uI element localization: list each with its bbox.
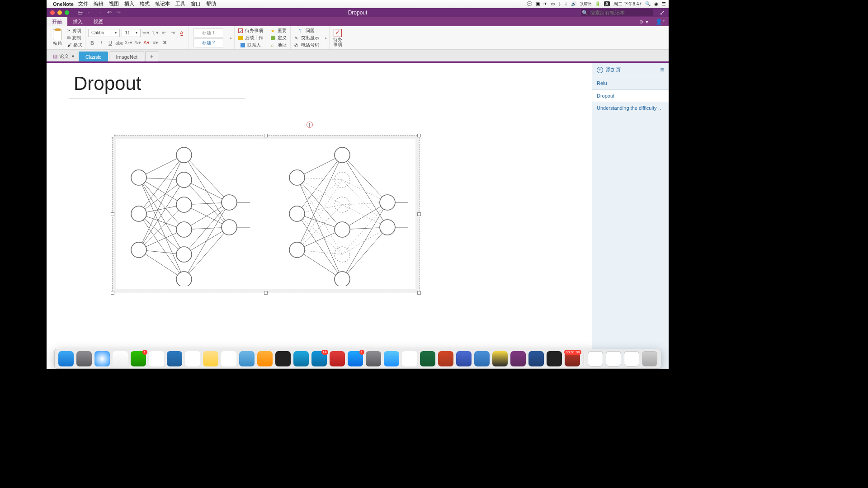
page-sort-icon[interactable]: ≣ <box>660 67 664 73</box>
ribbon-tab-insert[interactable]: 插入 <box>67 17 88 26</box>
dock-app-kugou[interactable]: 14 <box>311 351 327 366</box>
tag-phone[interactable]: ✆电话号码 <box>294 42 319 48</box>
numbering-button[interactable]: ⒈▾ <box>151 29 159 37</box>
todo-button[interactable]: 待办 事项 <box>330 26 346 49</box>
menu-window[interactable]: 窗口 <box>191 0 201 7</box>
share-icon[interactable]: 👤⁺ <box>652 17 669 26</box>
siri-icon[interactable]: ◉ <box>654 1 658 6</box>
bullets-button[interactable]: ≔▾ <box>142 29 150 37</box>
page-title[interactable]: Dropout <box>74 73 241 97</box>
dock-app-textedit[interactable] <box>402 351 417 366</box>
menu-notebook[interactable]: 笔记本 <box>155 0 170 7</box>
paste-button[interactable]: 粘贴 <box>49 29 66 47</box>
tag-todo[interactable]: ✓待办事项 <box>238 28 263 34</box>
menu-tools[interactable]: 工具 <box>175 0 185 7</box>
menu-help[interactable]: 帮助 <box>206 0 216 7</box>
send-icon[interactable]: ✈︎ <box>543 1 547 6</box>
resize-handle-e[interactable] <box>417 212 421 216</box>
tag-highlight[interactable]: ✎突出显示 <box>294 35 319 41</box>
dock-app-qq[interactable] <box>113 351 128 366</box>
dock-recent-trash[interactable] <box>642 351 657 366</box>
dock-app-vscode[interactable] <box>167 351 182 366</box>
highlight-button[interactable]: ✎▾ <box>133 39 142 47</box>
resize-handle-nw[interactable] <box>111 134 114 137</box>
tag-question[interactable]: ?问题 <box>299 28 315 34</box>
wifi-icon[interactable]: ⟊ <box>565 1 567 6</box>
dock-app-preview[interactable] <box>384 351 399 366</box>
indent-button[interactable]: ⇥ <box>169 29 177 37</box>
cut-button[interactable]: ✂︎剪切 <box>67 28 82 34</box>
dock-recent-doc3[interactable] <box>624 351 639 366</box>
resize-handle-sw[interactable] <box>111 291 114 295</box>
bluetooth-icon[interactable]: ᛒ <box>558 1 561 6</box>
copy-button[interactable]: ⧉复制 <box>67 35 82 41</box>
dock-app-safari[interactable] <box>94 351 110 366</box>
tag-followup[interactable]: 后续工作 <box>238 35 263 41</box>
ribbon-tab-view[interactable]: 视图 <box>88 17 109 26</box>
dock-app-notes[interactable] <box>203 351 218 366</box>
display-icon[interactable]: ▭ <box>551 1 555 6</box>
dock-app-record[interactable]: 00:01:08 <box>565 351 580 366</box>
style-heading1[interactable]: 标题 1 <box>193 28 223 38</box>
align-button[interactable]: ≡▾ <box>151 39 160 47</box>
ribbon-tab-home[interactable]: 开始 <box>47 17 67 26</box>
font-name-select[interactable]: Calibri▾ <box>88 29 120 37</box>
styles-gallery[interactable]: 标题 1 标题 2 <box>189 26 228 49</box>
resize-handle-n[interactable] <box>264 134 268 137</box>
window-zoom-button[interactable] <box>65 10 69 15</box>
image-container[interactable] <box>112 135 420 293</box>
clock[interactable]: 周二 下午6:47 <box>613 1 642 7</box>
dock-recent-doc2[interactable] <box>606 351 621 366</box>
tag-definition[interactable]: 定义 <box>271 35 287 41</box>
menu-edit[interactable]: 编辑 <box>94 0 104 7</box>
dock-app-activity[interactable] <box>547 351 562 366</box>
dock-app-netease[interactable] <box>330 351 345 366</box>
page-item-1[interactable]: Dropout <box>592 89 669 102</box>
dock-app-ibooks[interactable] <box>239 351 255 366</box>
outdent-button[interactable]: ⇤ <box>160 29 168 37</box>
dock-app-wps[interactable] <box>456 351 472 366</box>
dock-app-keynote[interactable] <box>293 351 309 366</box>
tag-contact[interactable]: 联系人 <box>241 42 261 48</box>
menu-view[interactable]: 视图 <box>109 0 119 7</box>
add-section-button[interactable]: + <box>145 51 158 61</box>
qat-back-icon[interactable]: ← <box>87 9 93 16</box>
page-item-0[interactable]: Relu <box>592 77 669 89</box>
dock-app-terminal[interactable] <box>275 351 291 366</box>
search-input[interactable] <box>581 9 653 16</box>
feedback-icon[interactable]: ☺ ▾ <box>635 17 652 26</box>
section-tab-classic[interactable]: Classic <box>79 52 108 61</box>
subscript-button[interactable]: X₂▾ <box>124 39 132 47</box>
dock-app-vm[interactable] <box>474 351 490 366</box>
page-item-2[interactable]: Understanding the difficulty of tr… <box>592 102 669 114</box>
italic-button[interactable]: I <box>97 39 105 47</box>
styles-icon[interactable]: A̲ <box>178 29 186 37</box>
qat-open-icon[interactable]: 🗁 <box>77 9 83 16</box>
dock-app-powerpoint[interactable] <box>438 351 453 366</box>
volume-icon[interactable]: 🔊 <box>571 1 576 6</box>
spotlight-icon[interactable]: 🔍 <box>645 1 651 6</box>
dock-app-calculator[interactable] <box>257 351 273 366</box>
gpu-status-icon[interactable]: ▣ <box>536 1 540 6</box>
dock-recent-doc1[interactable] <box>588 351 603 366</box>
menu-insert[interactable]: 插入 <box>124 0 134 7</box>
font-color-button[interactable]: A▾ <box>142 39 151 47</box>
window-close-button[interactable] <box>50 10 55 15</box>
notification-center-icon[interactable]: ☰ <box>662 1 666 6</box>
tags-more-icon[interactable]: ▸ <box>325 36 327 40</box>
clear-format-button[interactable]: ✖ <box>160 39 169 47</box>
strike-button[interactable]: abc <box>115 39 123 47</box>
resize-handle-s[interactable] <box>264 291 268 295</box>
app-name[interactable]: OneNote <box>53 1 74 7</box>
tag-address[interactable]: ⌂地址 <box>271 42 287 48</box>
dock-app-pycharm[interactable] <box>492 351 508 366</box>
page-canvas[interactable]: Dropout I <box>47 63 592 369</box>
font-size-select[interactable]: 11▾ <box>122 29 141 37</box>
section-tab-imagenet[interactable]: ImageNet <box>109 52 144 61</box>
menu-file[interactable]: 文件 <box>78 0 88 7</box>
qat-forward-icon[interactable]: → <box>97 9 103 16</box>
dock-app-word[interactable] <box>528 351 544 366</box>
dock-app-wechat[interactable]: 1 <box>131 351 146 366</box>
bold-button[interactable]: B <box>88 39 96 47</box>
window-minimize-button[interactable] <box>57 10 62 15</box>
